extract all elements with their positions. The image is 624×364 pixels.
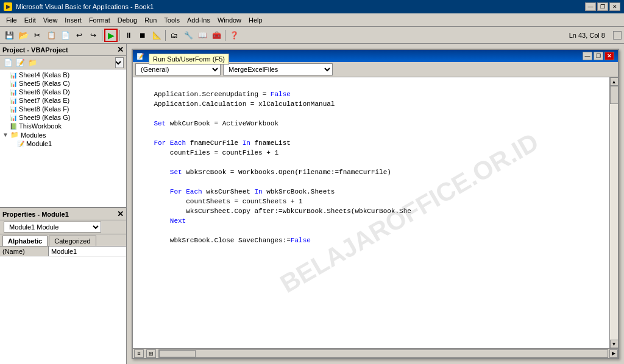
menu-run[interactable]: Run [141,15,160,25]
toolbar-cut[interactable]: ✂ [30,29,44,42]
code-close-btn[interactable]: ✕ [604,52,614,60]
tree-modules[interactable]: ▼ 📁 Modules [0,130,126,139]
proj-scroll[interactable] [115,57,124,68]
code-line: Set wbkCurBook = ActiveWorkbook [138,119,604,128]
hscroll-track[interactable] [158,349,608,358]
menu-help[interactable]: Help [245,15,266,25]
code-line: Application.Calculation = xlCalculationM… [138,99,604,109]
proj-view-object[interactable]: 📄 [2,57,13,68]
toolbar-undo[interactable]: ↩ [73,29,86,42]
tree-thisworkbook[interactable]: 📗 ThisWorkbook [0,122,126,130]
scroll-thumb[interactable] [610,86,619,104]
code-line [138,109,604,119]
code-line: Application.ScreenUpdating = False [138,89,604,99]
code-line [138,128,604,138]
menu-edit[interactable]: Edit [21,15,40,25]
tab-alphabetic[interactable]: Alphabetic [2,236,48,246]
code-minimize-btn[interactable]: — [583,52,592,60]
code-view-procedure[interactable]: ≡ [134,349,144,358]
general-dropdown[interactable]: (General) [135,63,221,75]
expand-icon: ▼ [2,131,9,138]
tree-sheet9[interactable]: 📊 Sheet9 (Kelas G) [0,113,126,122]
toolbar-objbrowser[interactable]: 📖 [196,29,209,42]
menu-format[interactable]: Format [85,15,114,25]
code-line: wbkSrcBook.Close SaveChanges:=False [138,236,604,245]
properties-panel-close[interactable]: ✕ [117,209,124,219]
menu-tools[interactable]: Tools [160,15,183,25]
code-line [138,226,604,236]
toolbar-design[interactable]: 📐 [150,29,163,42]
tab-categorized[interactable]: Categorized [49,236,96,246]
scroll-up-btn[interactable]: ▲ [610,77,619,86]
toolbar-scroll[interactable] [613,31,622,40]
code-restore-btn[interactable]: ❐ [594,52,603,60]
tree-module1[interactable]: 📝 Module1 [0,139,126,148]
code-line: Next [138,216,604,226]
project-panel-close[interactable]: ✕ [117,45,124,54]
hscroll-thumb[interactable] [159,350,196,357]
title-bar: ▶ Microsoft Visual Basic for Application… [0,0,624,13]
toolbar-copy[interactable]: 📋 [44,29,58,42]
code-window-controls: — ❐ ✕ [583,52,614,60]
toolbar-break[interactable]: ⏸ [122,29,135,42]
code-view-module[interactable]: ⊞ [146,349,156,358]
props-name-label: (Name) [0,247,49,256]
code-line [138,177,604,187]
toolbar-separator-3 [165,30,166,41]
run-tooltip: Run Sub/UserForm (F5) [149,54,229,65]
menu-debug[interactable]: Debug [114,15,141,25]
toolbar-toolbox[interactable]: 🧰 [210,29,223,42]
title-bar-left: ▶ Microsoft Visual Basic for Application… [4,2,154,11]
hscroll-right-btn[interactable]: ▶ [609,349,618,358]
properties-tabs: Alphabetic Categorized [0,234,126,247]
run-button[interactable]: ▶ [104,29,118,42]
project-panel: Project - VBAProject ✕ 📄 📝 📁 📊 Sheet4 (K… [0,44,126,208]
toolbar-projexplorer[interactable]: 🗂 [168,29,181,42]
toolbar-props[interactable]: 🔧 [182,29,195,42]
code-scrollbar-vertical[interactable]: ▲ ▼ [609,77,618,348]
code-bottom-bar: ≡ ⊞ ▶ [133,348,618,358]
menu-insert[interactable]: Insert [61,15,85,25]
sheet-icon: 📊 [10,80,17,87]
properties-panel: Properties - Module1 ✕ Module1 Module Al… [0,208,126,364]
tree-sheet8[interactable]: 📊 Sheet8 (Kelas F) [0,105,126,113]
code-line: Set wbkSrcBook = Workbooks.Open(Filename… [138,167,604,177]
sheet-icon: 📊 [10,114,17,121]
procedure-dropdown[interactable]: MergeExcelFiles [223,63,333,75]
toolbar-status: Ln 43, Col 8 [564,32,610,39]
proj-toggle-folders[interactable]: 📁 [27,57,38,68]
properties-panel-title: Properties - Module1 ✕ [0,208,126,220]
menu-window[interactable]: Window [214,15,245,25]
properties-object-dropdown[interactable]: Module1 Module [4,222,101,233]
code-line: wksCurSheet.Copy after:=wbkCurBook.Sheet… [138,206,604,216]
tree-sheet6[interactable]: 📊 Sheet6 (Kelas D) [0,88,126,96]
minimize-button[interactable]: — [585,2,596,11]
menu-file[interactable]: File [2,15,21,25]
toolbar-redo[interactable]: ↪ [87,29,100,42]
module-icon: 📝 [17,141,24,147]
code-line: For Each fnameCurFile In fnameList [138,138,604,148]
proj-view-code[interactable]: 📝 [15,57,26,68]
menu-addins[interactable]: Add-Ins [183,15,214,25]
right-panel: 📝 Book1 - Module1 (Code) — ❐ ✕ (General)… [127,44,624,364]
tree-sheet5[interactable]: 📊 Sheet5 (Kelas C) [0,79,126,88]
title-bar-controls[interactable]: — ❐ ✕ [585,2,620,11]
scroll-down-btn[interactable]: ▼ [610,340,619,348]
props-name-value: Module1 [49,247,126,256]
toolbar-separator-1 [102,30,102,41]
toolbar-paste[interactable]: 📄 [58,29,72,42]
menu-view[interactable]: View [40,15,62,25]
project-panel-title: Project - VBAProject ✕ [0,44,126,56]
toolbar-open[interactable]: 📂 [16,29,30,42]
tree-sheet7[interactable]: 📊 Sheet7 (Kelas E) [0,96,126,105]
code-area[interactable]: BELAJAROFFICE.OR.ID Application.ScreenUp… [133,77,609,348]
tree-sheet4[interactable]: 📊 Sheet4 (Kelas B) [0,71,126,79]
toolbar-save[interactable]: 💾 [2,29,16,42]
toolbar-help[interactable]: ❓ [227,29,241,42]
properties-content: (Name) Module1 [0,247,126,364]
close-button[interactable]: ✕ [609,2,620,11]
toolbar-reset[interactable]: ⏹ [136,29,149,42]
scroll-track[interactable] [610,86,619,340]
restore-button[interactable]: ❐ [597,2,608,11]
code-content-wrapper: BELAJAROFFICE.OR.ID Application.ScreenUp… [133,77,618,348]
